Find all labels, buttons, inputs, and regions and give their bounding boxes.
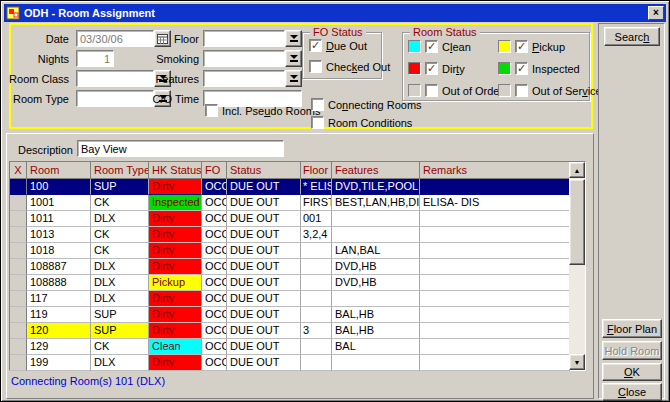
row-selector-cell [10,307,27,323]
checkbox-box[interactable] [425,62,438,75]
features-combo[interactable] [203,70,285,87]
close-window-icon[interactable]: × [648,6,664,20]
column-header[interactable]: FO [202,162,227,179]
scroll-down-icon[interactable]: ▼ [569,354,585,370]
connecting-rooms-checkbox[interactable]: Connecting Rooms [311,98,422,111]
inspected-checkbox[interactable]: Inspected [498,62,580,75]
floor-plan-button[interactable]: Floor Plan [602,319,662,338]
features-dropdown-icon[interactable] [285,70,302,87]
table-row[interactable]: 108887DLXDirtyOCCDUE OUTDVD,HB [10,259,585,275]
table-cell: 1013 [27,227,91,243]
column-header[interactable]: HK Status [149,162,202,179]
table-cell [301,259,332,275]
table-row[interactable]: 1011DLXDirtyOCCDUE OUT001 [10,211,585,227]
table-cell: OCC [202,259,227,275]
table-cell: Pickup [149,275,202,291]
table-row[interactable]: 100SUPDirtyOCCDUE OUT* ELISADVD,TILE,POO… [10,179,585,195]
table-row[interactable]: 108888DLXPickupOCCDUE OUTDVD,HB [10,275,585,291]
column-header[interactable]: Floor [301,162,332,179]
table-row[interactable]: 117DLXDirtyOCCDUE OUT [10,291,585,307]
due-out-label: Due Out [326,40,367,52]
table-cell: DLX [91,291,149,307]
due-out-checkbox[interactable]: Due Out [309,39,367,52]
room-type-combo[interactable] [76,90,154,107]
table-cell [420,211,570,227]
dirty-checkbox[interactable]: Dirty [408,62,465,75]
table-cell: OCC [202,307,227,323]
column-header[interactable]: Features [332,162,420,179]
table-cell: SUP [91,179,149,195]
checkbox-box[interactable] [205,104,218,117]
search-button[interactable]: Search [604,27,660,46]
floor-combo[interactable] [203,30,285,47]
table-cell: SUP [91,323,149,339]
table-cell: DUE OUT [227,179,301,195]
column-header[interactable]: X [10,162,27,179]
nights-field[interactable] [76,50,114,67]
out-of-service-checkbox[interactable]: Out of Service [498,84,602,97]
checkbox-box[interactable] [425,40,438,53]
table-cell: DUE OUT [227,275,301,291]
table-cell: 1001 [27,195,91,211]
table-cell [420,355,570,371]
column-header[interactable]: Room [27,162,91,179]
column-header[interactable]: Remarks [420,162,570,179]
table-cell: 120 [27,323,91,339]
table-row[interactable]: 1001CKInspectedOCCDUE OUTFIRST FBEST,LAN… [10,195,585,211]
column-header[interactable]: Status [227,162,301,179]
checkbox-box[interactable] [515,62,528,75]
table-cell: OCC [202,323,227,339]
table-cell: LAN,BAL [332,243,420,259]
incl-pseudo-rooms-checkbox[interactable]: Incl. Pseudo Rooms [205,104,320,117]
checkbox-box[interactable] [309,60,322,73]
table-row[interactable]: 120SUPDirtyOCCDUE OUT3BAL,HB [10,323,585,339]
table-cell [332,227,420,243]
window-title: ODH - Room Assignment [24,7,648,19]
room-conditions-checkbox[interactable]: Room Conditions [311,116,412,129]
table-cell: Clean [149,339,202,355]
out-of-order-checkbox[interactable]: Out of Order [408,84,503,97]
date-field[interactable] [76,30,154,47]
column-header[interactable]: Room Type [91,162,149,179]
vertical-scrollbar[interactable]: ▲ ▼ [569,162,585,370]
table-cell: FIRST F [301,195,332,211]
out-of-service-color-swatch [498,84,511,97]
room-class-combo[interactable] [76,70,154,87]
table-row[interactable]: 199DLXDirtyOCCDUE OUT [10,355,585,371]
table-cell: 100 [27,179,91,195]
smoking-combo[interactable] [203,50,285,67]
table-cell [332,211,420,227]
checkbox-box[interactable] [311,116,324,129]
row-selector-cell [10,243,27,259]
checkbox-box[interactable] [309,39,322,52]
table-cell: DUE OUT [227,243,301,259]
table-cell: Dirty [149,355,202,371]
scrollbar-thumb[interactable] [569,179,585,265]
table-cell: DUE OUT [227,339,301,355]
table-cell [420,243,570,259]
description-field[interactable] [77,140,284,157]
checkbox-box[interactable] [311,98,324,111]
table-cell: 129 [27,339,91,355]
floor-dropdown-icon[interactable] [285,30,302,47]
checked-out-checkbox[interactable]: Checked Out [309,60,390,73]
close-button[interactable]: Close [602,383,662,401]
table-row[interactable]: 129CKCleanOCCDUE OUTBAL [10,339,585,355]
checkbox-box[interactable] [515,84,528,97]
table-row[interactable]: 1013CKDirtyOCCDUE OUT3,2,4 [10,227,585,243]
checkbox-box[interactable] [515,40,528,53]
clean-checkbox[interactable]: Clean [408,40,471,53]
table-cell: OCC [202,339,227,355]
table-row[interactable]: 1018CKDirtyOCCDUE OUTLAN,BAL [10,243,585,259]
pickup-checkbox[interactable]: Pickup [498,40,565,53]
smoking-dropdown-icon[interactable] [285,50,302,67]
scroll-up-icon[interactable]: ▲ [569,162,585,178]
app-icon [6,6,20,20]
ok-button[interactable]: OK [602,363,662,381]
table-cell [420,179,570,195]
table-cell: 108888 [27,275,91,291]
checkbox-box[interactable] [425,84,438,97]
table-cell: CK [91,195,149,211]
dirty-label: Dirty [442,63,465,75]
table-row[interactable]: 119SUPDirtyOCCDUE OUTBAL,HB [10,307,585,323]
